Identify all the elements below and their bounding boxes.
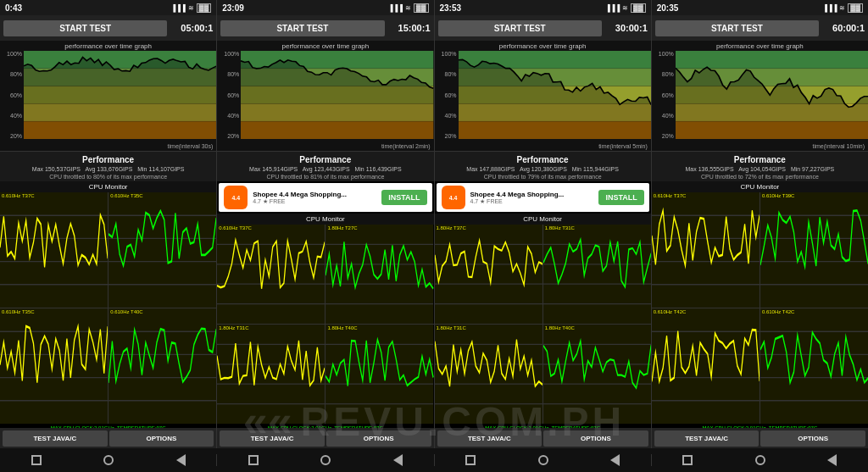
test-java-button[interactable]: TEST JAVA/C <box>3 430 108 447</box>
nav-back-button[interactable] <box>610 454 620 466</box>
start-test-button[interactable]: START TEST <box>655 20 819 36</box>
cpu-monitor: CPU Monitor1.80Hz T37C1.80Hz T31C1.80Hz … <box>435 214 651 428</box>
y-label: 100% <box>2 51 22 57</box>
y-axis: 100%80%60%40%20% <box>0 41 24 151</box>
svg-rect-40 <box>217 225 325 324</box>
perf-title: Performance <box>438 155 648 164</box>
perf-throttle: CPU throttled to 81% of its max performa… <box>220 174 430 180</box>
graph-canvas <box>24 51 216 139</box>
y-label: 100% <box>654 51 674 57</box>
perf-numbers: Max 147,888GIPS Avg 120,380GIPS Min 115,… <box>438 166 648 172</box>
nav-home-button[interactable] <box>103 455 114 465</box>
status-icons: ▐▐▐ ≋ ▓▓ <box>388 3 429 13</box>
y-label: 40% <box>2 113 22 119</box>
timer-display: 05:00:1 <box>170 23 213 33</box>
start-test-button[interactable]: START TEST <box>438 20 602 36</box>
panel-3: 23:53 ▐▐▐ ≋ ▓▓ START TEST 30:00:1 perfor… <box>435 0 652 472</box>
test-java-button[interactable]: TEST JAVA/C <box>220 430 325 447</box>
nav-square-button[interactable] <box>465 455 476 465</box>
status-time: 23:09 <box>222 3 244 13</box>
nav-home-button[interactable] <box>755 455 765 465</box>
nav-section-1 <box>0 454 217 466</box>
y-label: 100% <box>437 51 457 57</box>
options-button[interactable]: OPTIONS <box>326 430 431 447</box>
y-label: 100% <box>219 51 239 57</box>
cpu-freq-label: 1.80Hz T31C <box>437 325 466 330</box>
ad-subtitle: 4.7 ★ FREE <box>253 198 376 205</box>
performance-stats: Performance Max 150,537GIPS Avg 133,676G… <box>0 151 216 181</box>
status-time: 20:35 <box>657 3 679 13</box>
graph-label: performance over time graph <box>64 42 152 50</box>
nav-square-button[interactable] <box>248 455 259 465</box>
cpu-cell-1: 0.610Hz T37C <box>652 192 760 308</box>
max-clock-label: MAX CPU CLOCK:2.01GHz, TEMPERATURE:97C <box>652 424 868 428</box>
ad-icon: 4.4 <box>442 186 465 209</box>
signal-icon: ▐▐▐ <box>822 4 837 12</box>
cpu-monitor-label: CPU Monitor <box>217 214 433 225</box>
graph-canvas <box>241 51 433 139</box>
panel-1: 0:43 ▐▐▐ ≋ ▓▓ START TEST 05:00:1 perform… <box>0 0 217 472</box>
timer-display: 60:00:1 <box>822 23 865 33</box>
time-label: time(interval 10min) <box>813 143 865 149</box>
wifi-icon: ≋ <box>839 4 845 12</box>
svg-rect-75 <box>543 225 651 324</box>
cpu-grid: 0.610Hz T37C1.80Hz T27C1.80Hz T31C1.80Hz… <box>217 225 433 424</box>
timer-display: 15:00:1 <box>388 23 431 33</box>
status-time: 0:43 <box>5 3 22 13</box>
y-axis: 100%80%60%40%20% <box>217 41 241 151</box>
perf-numbers: Max 145,914GIPS Avg 123,443GIPS Min 116,… <box>220 166 430 172</box>
y-label: 40% <box>437 113 457 119</box>
nav-home-button[interactable] <box>538 455 548 465</box>
nav-section-2 <box>217 454 434 466</box>
options-button[interactable]: OPTIONS <box>760 430 865 447</box>
cpu-freq-label: 0.610Hz T39C <box>762 193 795 198</box>
cpu-cell-4: 1.80Hz T40C <box>543 325 651 424</box>
nav-back-button[interactable] <box>176 454 186 466</box>
perf-title: Performance <box>655 155 865 164</box>
test-java-button[interactable]: TEST JAVA/C <box>654 430 760 447</box>
cpu-freq-label: 0.610Hz T37C <box>219 225 252 230</box>
start-test-button[interactable]: START TEST <box>3 20 167 36</box>
options-button[interactable]: OPTIONS <box>109 430 214 447</box>
svg-rect-55 <box>326 325 433 424</box>
nav-square-button[interactable] <box>31 455 42 465</box>
ad-title: Shopee 4.4 Mega Shopping... <box>470 191 594 198</box>
cpu-grid: 0.610Hz T37C0.610Hz T39C0.610Hz T42C0.61… <box>652 192 868 424</box>
start-test-button[interactable]: START TEST <box>220 20 384 36</box>
cpu-freq-label: 1.80Hz T40C <box>327 325 357 330</box>
nav-square-button[interactable] <box>682 455 693 465</box>
nav-back-button[interactable] <box>393 454 403 466</box>
top-bar: START TEST 30:00:1 <box>435 15 651 41</box>
install-button[interactable]: INSTALL <box>381 190 426 205</box>
svg-rect-25 <box>108 308 216 424</box>
ad-banner: 4.4 Shopee 4.4 Mega Shopping... 4.7 ★ FR… <box>437 183 649 212</box>
cpu-cell-2: 1.80Hz T31C <box>543 225 651 324</box>
nav-home-button[interactable] <box>320 455 331 465</box>
performance-graph: performance over time graph100%80%60%40%… <box>217 41 433 151</box>
cpu-cell-1: 1.80Hz T37C <box>435 225 542 324</box>
cpu-freq-label: 0.610Hz T42C <box>762 309 795 314</box>
nav-section-4 <box>652 454 868 466</box>
time-label: time(interval 5min) <box>598 143 648 149</box>
nav-back-button[interactable] <box>827 454 837 466</box>
graph-label: performance over time graph <box>716 42 804 50</box>
signal-icon: ▐▐▐ <box>388 4 403 12</box>
perf-title: Performance <box>220 155 430 164</box>
ad-subtitle: 4.7 ★ FREE <box>470 198 594 205</box>
performance-graph: performance over time graph100%80%60%40%… <box>0 41 216 151</box>
cpu-monitor-label: CPU Monitor <box>435 214 651 225</box>
cpu-cell-3: 1.80Hz T31C <box>217 325 325 424</box>
status-icons: ▐▐▐ ≋ ▓▓ <box>822 3 863 13</box>
status-bar: 23:53 ▐▐▐ ≋ ▓▓ <box>435 0 651 15</box>
cpu-cell-3: 0.610Hz T35C <box>0 308 108 424</box>
status-icons: ▐▐▐ ≋ ▓▓ <box>605 3 646 13</box>
perf-numbers: Max 150,537GIPS Avg 133,676GIPS Min 114,… <box>3 166 213 172</box>
y-axis: 100%80%60%40%20% <box>435 41 459 151</box>
time-label: time(interval 2min) <box>381 143 431 149</box>
svg-rect-85 <box>543 325 651 424</box>
install-button[interactable]: INSTALL <box>598 190 643 205</box>
y-axis: 100%80%60%40%20% <box>652 41 676 151</box>
options-button[interactable]: OPTIONS <box>543 430 648 447</box>
top-bar: START TEST 05:00:1 <box>0 15 216 41</box>
test-java-button[interactable]: TEST JAVA/C <box>437 430 542 447</box>
